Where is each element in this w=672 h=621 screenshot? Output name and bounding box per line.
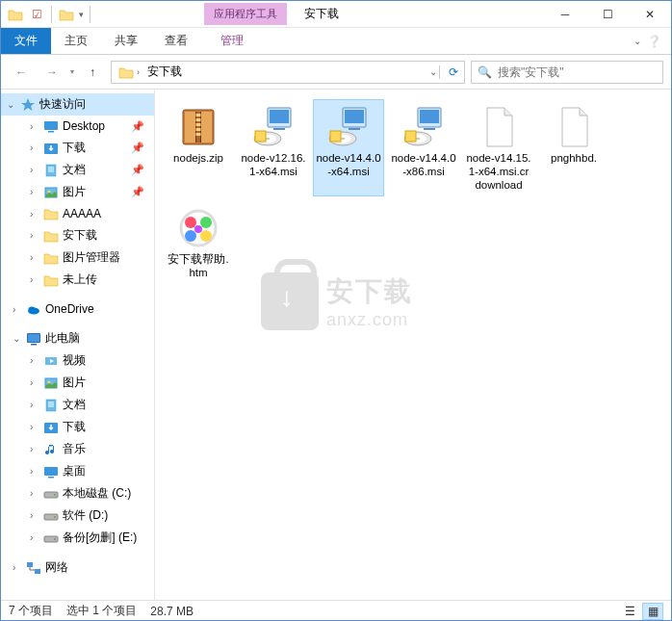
chevron-right-icon[interactable]: › [30, 165, 39, 175]
breadcrumb-root-icon[interactable]: › [116, 65, 142, 80]
breadcrumb[interactable]: › 安下载 ⌄ ⟳ [111, 61, 465, 84]
sidebar-item[interactable]: › Desktop 📌 [1, 116, 154, 137]
pictures-icon [43, 185, 59, 200]
file-item[interactable]: node-v14.4.0-x64.msi [313, 99, 384, 196]
chevron-down-icon[interactable]: ⌄ [7, 99, 16, 110]
breadcrumb-dropdown-icon[interactable]: ⌄ [429, 66, 437, 77]
sidebar-item-label: 软件 (D:) [63, 507, 108, 524]
tab-file[interactable]: 文件 [1, 28, 51, 54]
sidebar-item[interactable]: › AAAAA [1, 203, 154, 224]
nav-onedrive[interactable]: › OneDrive [1, 298, 154, 320]
tab-share[interactable]: 共享 [101, 28, 151, 54]
chevron-right-icon[interactable]: › [13, 562, 22, 573]
sidebar-item[interactable]: › 视频 [1, 349, 154, 372]
sidebar-item[interactable]: › 图片管理器 [1, 246, 154, 269]
file-label: node-v12.16.1-x64.msi [241, 152, 306, 179]
refresh-button[interactable]: ⟳ [439, 65, 460, 79]
chevron-right-icon[interactable]: › [30, 355, 39, 366]
sidebar-item[interactable]: › 备份[勿删] (E:) [1, 527, 154, 549]
chevron-right-icon[interactable]: › [30, 209, 39, 220]
watermark: 安下载 anxz.com [261, 272, 413, 330]
folder-icon[interactable] [7, 6, 24, 23]
sidebar-item[interactable]: › 文档 [1, 394, 154, 416]
folder-icon [43, 272, 59, 288]
nav-this-pc[interactable]: ⌄ 此电脑 [1, 327, 154, 349]
sidebar-item[interactable]: › 未上传 [1, 269, 154, 291]
chevron-right-icon[interactable]: › [30, 377, 39, 388]
chevron-right-icon[interactable]: › [30, 400, 39, 410]
file-label: nodejs.zip [173, 152, 223, 166]
tab-home[interactable]: 主页 [51, 28, 101, 54]
search-input[interactable] [498, 65, 657, 79]
docs-icon [43, 398, 59, 413]
properties-icon[interactable]: ☑ [28, 6, 45, 23]
tab-view[interactable]: 查看 [151, 28, 201, 54]
close-button[interactable]: ✕ [629, 1, 671, 28]
chevron-right-icon[interactable]: › [30, 274, 39, 285]
chevron-right-icon[interactable]: › [30, 532, 39, 543]
chevron-right-icon[interactable]: › [30, 252, 39, 263]
nav-network-label: 网络 [45, 559, 68, 576]
sidebar-item-label: 桌面 [63, 463, 86, 479]
nav-quick-access[interactable]: ⌄ 快速访问 [1, 93, 154, 116]
ribbon-expand[interactable]: ⌄❔ [624, 28, 671, 54]
titlebar: ☑ ▾ 应用程序工具 安下载 ─ ☐ ✕ [1, 1, 671, 28]
file-item[interactable]: node-v14.15.1-x64.msi.crdownload [463, 99, 534, 196]
sidebar-item[interactable]: › 图片 📌 [1, 181, 154, 203]
sidebar-item[interactable]: › 文档 📌 [1, 159, 154, 181]
breadcrumb-current[interactable]: 安下载 [144, 64, 185, 80]
pin-icon: 📌 [131, 186, 150, 198]
folder-icon [43, 228, 59, 244]
chevron-right-icon[interactable]: › [30, 510, 39, 521]
navigation-pane[interactable]: ⌄ 快速访问 › Desktop 📌› 下载 📌› 文档 📌› 图片 📌› AA… [1, 90, 155, 600]
chevron-right-icon[interactable]: › [30, 422, 39, 432]
videos-icon [43, 353, 59, 369]
file-item[interactable]: node-v14.4.0-x86.msi [388, 99, 459, 196]
view-details-button[interactable]: ☰ [619, 603, 640, 620]
sidebar-item[interactable]: › 音乐 [1, 438, 154, 460]
file-item[interactable]: pnghhbd. [538, 99, 609, 196]
file-label: node-v14.4.0-x86.msi [391, 152, 456, 179]
pin-icon: 📌 [131, 142, 150, 154]
sidebar-item[interactable]: › 软件 (D:) [1, 505, 154, 527]
sidebar-item[interactable]: › 图片 [1, 372, 154, 394]
chevron-right-icon[interactable]: › [30, 121, 39, 132]
desktop-icon [43, 118, 59, 134]
sidebar-item[interactable]: › 下载 [1, 416, 154, 438]
sidebar-item-label: Desktop [63, 119, 105, 133]
sidebar-item-label: 文档 [63, 162, 86, 178]
back-button[interactable]: ← [9, 60, 34, 85]
nav-network[interactable]: › 网络 [1, 556, 154, 579]
sidebar-item[interactable]: › 安下载 [1, 224, 154, 246]
file-item[interactable]: 安下载帮助.htm [163, 200, 234, 285]
window-controls: ─ ☐ ✕ [544, 1, 671, 28]
chevron-right-icon[interactable]: › [30, 466, 39, 477]
status-bar: 7 个项目 选中 1 个项目 28.7 MB ☰ ▦ [1, 600, 671, 621]
forward-button[interactable]: → [39, 60, 65, 85]
chevron-right-icon[interactable]: › [30, 187, 39, 197]
chevron-right-icon[interactable]: › [30, 444, 39, 454]
sidebar-item[interactable]: › 本地磁盘 (C:) [1, 482, 154, 505]
chevron-down-icon[interactable]: ⌄ [13, 333, 22, 344]
chevron-right-icon[interactable]: › [30, 488, 39, 499]
view-large-icons-button[interactable]: ▦ [642, 603, 663, 620]
sidebar-item[interactable]: › 下载 📌 [1, 137, 154, 159]
sidebar-item-label: 未上传 [63, 272, 97, 288]
file-item[interactable]: node-v12.16.1-x64.msi [238, 99, 309, 196]
file-item[interactable]: nodejs.zip [163, 99, 234, 196]
sidebar-item[interactable]: › 桌面 [1, 460, 154, 482]
tab-manage[interactable]: 管理 [207, 28, 257, 54]
maximize-button[interactable]: ☐ [586, 1, 629, 28]
qat-customize-dropdown[interactable]: ▾ [79, 10, 84, 19]
chevron-right-icon[interactable]: › [13, 304, 22, 315]
search-box[interactable]: 🔍 [471, 61, 663, 84]
chevron-right-icon[interactable]: › [30, 142, 39, 153]
minimize-button[interactable]: ─ [544, 1, 586, 28]
up-button[interactable]: ↑ [80, 60, 105, 85]
sidebar-item-label: 下载 [63, 140, 86, 156]
sidebar-item-label: AAAAA [63, 207, 101, 220]
file-list[interactable]: 安下载 anxz.com nodejs.zip node-v12.16.1-x6… [155, 90, 671, 600]
chevron-right-icon[interactable]: › [30, 230, 39, 241]
folder-small-icon[interactable] [58, 6, 75, 23]
history-dropdown[interactable]: ▾ [70, 67, 74, 76]
